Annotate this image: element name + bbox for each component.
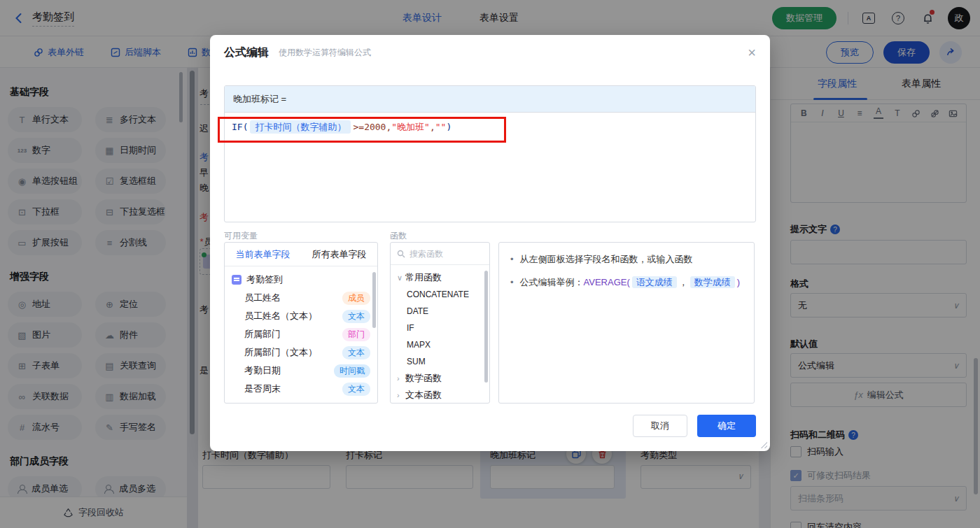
variables-panel: 当前表单字段 所有表单字段 考勤签到 员工姓名成员 员工姓名（文本）文本 所属部… (224, 242, 378, 404)
annotation-highlight-box (218, 117, 506, 143)
chevron-right-icon: › (397, 391, 405, 399)
cancel-button[interactable]: 取消 (633, 415, 687, 437)
bullet: • (510, 252, 514, 266)
function-group-common[interactable]: ∨常用函数 (391, 269, 489, 286)
type-badge: 文本 (342, 310, 370, 323)
chevron-down-icon: ∨ (397, 273, 405, 283)
resize-handle[interactable] (760, 441, 767, 448)
function-item[interactable]: SUM (391, 353, 489, 370)
function-item[interactable]: CONCATENATE (391, 286, 489, 303)
variables-form-node[interactable]: 考勤签到 (225, 271, 377, 289)
type-badge: 文本 (342, 346, 370, 359)
tab-all-form-fields[interactable]: 所有表单字段 (301, 243, 377, 266)
type-badge: 时间戳 (334, 364, 370, 378)
hints-panel: •从左侧面板选择字段名和函数，或输入函数 • 公式编辑举例：AVERAGE(语文… (498, 242, 755, 404)
variable-row[interactable]: 是否周末文本 (225, 380, 377, 398)
variable-row[interactable]: 所属部门（文本）文本 (225, 343, 377, 362)
variable-row[interactable]: 所属部门部门 (225, 325, 377, 343)
close-icon[interactable]: × (748, 45, 756, 59)
variable-row[interactable]: 员工姓名成员 (225, 289, 377, 307)
function-item[interactable]: DATE (391, 303, 489, 320)
confirm-button[interactable]: 确定 (697, 415, 756, 437)
modal-title: 公式编辑 (224, 45, 269, 60)
hint-line-2: 公式编辑举例：AVERAGE(语文成绩，数学成绩) (520, 276, 741, 290)
example-field-chip: 数学成绩 (690, 276, 735, 288)
function-item[interactable]: IF (391, 320, 489, 336)
type-badge: 成员 (342, 292, 370, 305)
formula-editor: 晚加班标记 = IF(打卡时间（数字辅助）>=2000,"晚加班","") (224, 85, 756, 222)
variables-label: 可用变量 (224, 230, 258, 242)
variable-row[interactable]: 考勤日期时间戳 (225, 362, 377, 380)
chevron-right-icon: › (397, 374, 405, 383)
form-doc-icon (232, 275, 241, 285)
type-badge: 部门 (342, 328, 370, 341)
functions-panel: ∨常用函数 CONCATENATE DATE IF MAPX SUM ›数学函数… (390, 242, 490, 404)
function-search (391, 243, 489, 265)
modal-subtitle: 使用数学运算符编辑公式 (279, 47, 371, 59)
average-function-text: AVERAGE( (584, 277, 630, 287)
formula-edit-modal: 公式编辑 使用数学运算符编辑公式 × 晚加班标记 = IF(打卡时间（数字辅助）… (210, 35, 770, 451)
example-field-chip: 语文成绩 (632, 276, 677, 288)
variable-row[interactable]: 员工姓名（文本）文本 (225, 307, 377, 325)
tab-current-form-fields[interactable]: 当前表单字段 (225, 243, 301, 266)
variables-scrollbar[interactable] (372, 272, 376, 328)
functions-scrollbar[interactable] (484, 271, 488, 383)
formula-target: 晚加班标记 = (225, 86, 755, 113)
functions-label: 函数 (390, 230, 407, 242)
function-item[interactable]: MAPX (391, 336, 489, 353)
type-badge: 文本 (342, 383, 370, 396)
function-group-text[interactable]: ›文本函数 (391, 387, 489, 404)
search-icon (397, 250, 405, 258)
bullet: • (510, 276, 514, 290)
function-search-input[interactable] (410, 249, 472, 259)
function-group-math[interactable]: ›数学函数 (391, 370, 489, 387)
hint-line-1: 从左侧面板选择字段名和函数，或输入函数 (520, 252, 693, 266)
